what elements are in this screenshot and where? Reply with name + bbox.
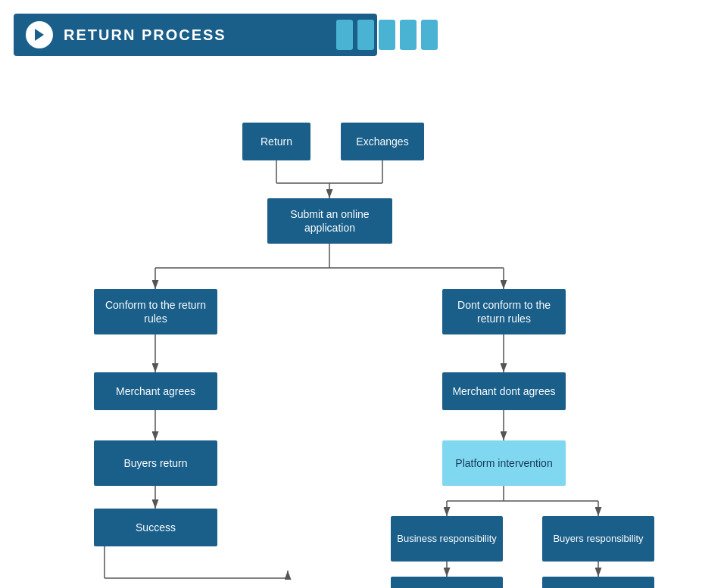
header-bar: RETURN PROCESS: [14, 14, 377, 56]
flowchart: Return Exchanges Submit an online applic…: [23, 86, 704, 588]
submit-box: Submit an online application: [267, 198, 392, 244]
failure-box: Failure: [542, 577, 654, 588]
buyers-resp-box: Buyers responsibility: [542, 516, 654, 562]
header-dots: [336, 20, 438, 50]
dot-1: [336, 20, 353, 50]
dot-5: [421, 20, 438, 50]
success-box: Success: [94, 509, 217, 546]
dot-3: [379, 20, 395, 50]
exchanges-box: Exchanges: [341, 123, 424, 160]
conform-box: Conform to the return rules: [94, 289, 217, 334]
page-title: RETURN PROCESS: [64, 26, 226, 44]
buyers-return-left-box: Buyers return: [94, 440, 217, 486]
platform-box: Platform intervention: [442, 440, 566, 486]
business-resp-box: Business responsibility: [391, 516, 503, 562]
dot-2: [357, 20, 374, 50]
return-box: Return: [242, 123, 310, 160]
svg-marker-0: [35, 29, 44, 41]
merchant-agrees-box: Merchant agrees: [94, 372, 217, 410]
dont-conform-box: Dont conform to the return rules: [442, 289, 566, 334]
dot-4: [400, 20, 417, 50]
header-icon: [26, 21, 53, 48]
merchant-dont-box: Merchant dont agrees: [442, 372, 566, 410]
buyers-return-right-box: Buyers return: [391, 577, 503, 588]
